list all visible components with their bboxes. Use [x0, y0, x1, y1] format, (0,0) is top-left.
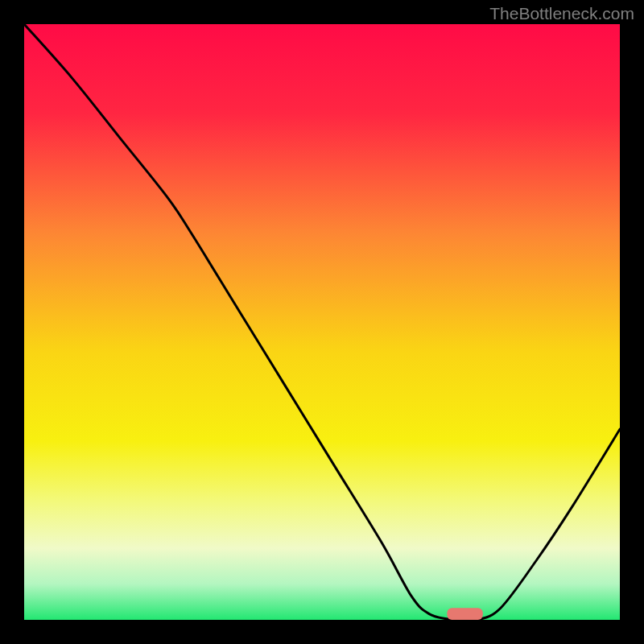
chart-background: [24, 24, 620, 620]
optimal-marker: [447, 608, 482, 620]
chart-svg: [24, 24, 620, 620]
chart-plot-area: [24, 24, 620, 620]
watermark-text: TheBottleneck.com: [489, 4, 634, 23]
